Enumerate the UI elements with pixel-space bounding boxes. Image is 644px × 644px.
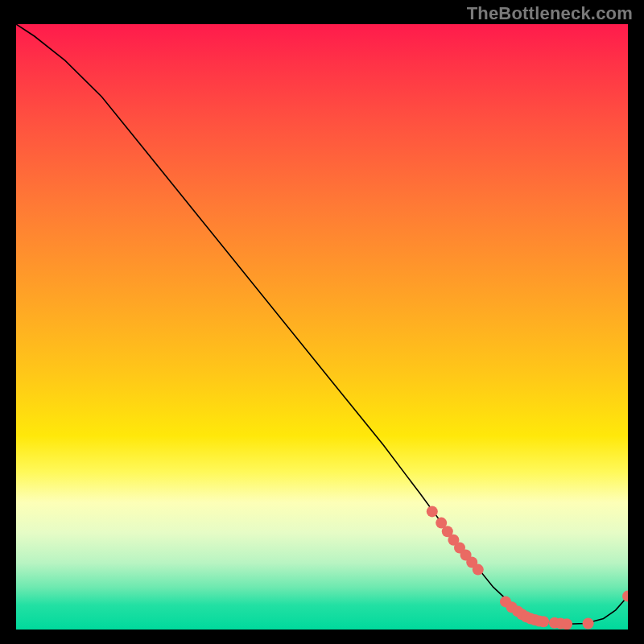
chart-svg (16, 24, 628, 630)
marker-dot (538, 616, 549, 627)
marker-dot (427, 506, 438, 517)
watermark-text: TheBottleneck.com (467, 3, 633, 24)
plot-area (16, 24, 628, 630)
marker-dot (622, 591, 628, 602)
curve-line (16, 24, 628, 624)
chart-frame: TheBottleneck.com (0, 0, 644, 644)
marker-dot (583, 618, 594, 630)
marker-dot (561, 618, 572, 630)
marker-dot (473, 564, 484, 576)
marker-dots-group (427, 506, 628, 630)
